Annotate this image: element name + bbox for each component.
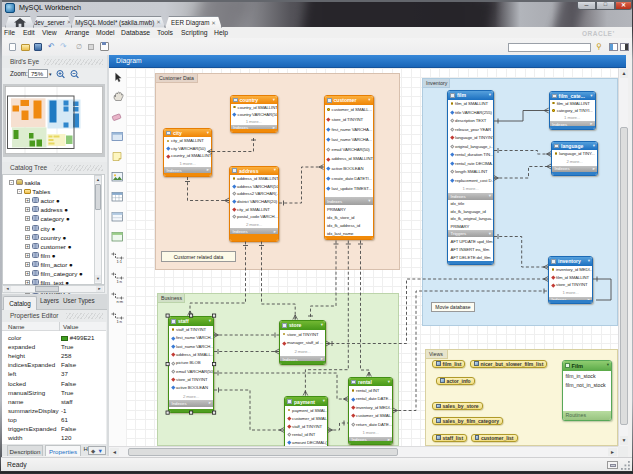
svg-text:n:m: n:m	[117, 299, 124, 304]
svg-text:1:n: 1:n	[117, 319, 123, 324]
svg-text:1:1: 1:1	[117, 259, 123, 264]
svg-text:1:n: 1:n	[117, 279, 123, 284]
